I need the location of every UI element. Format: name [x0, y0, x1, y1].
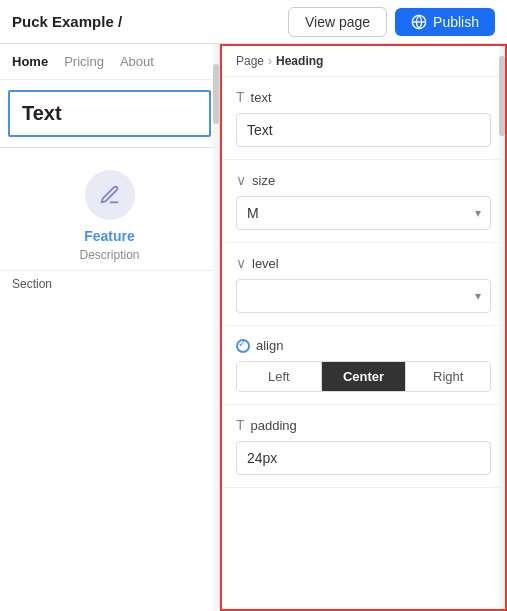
- field-text-label: T text: [236, 89, 491, 105]
- text-field-input[interactable]: [236, 113, 491, 147]
- field-size: ∨ size S M L XL ▾: [222, 160, 505, 243]
- text-component-block[interactable]: Text: [8, 90, 211, 137]
- align-check-icon: [236, 339, 250, 353]
- header: Puck Example / View page Publish: [0, 0, 507, 44]
- level-chevron-icon: ∨: [236, 255, 246, 271]
- nav-item-home[interactable]: Home: [12, 54, 48, 69]
- align-button-group: Left Center Right: [236, 361, 491, 392]
- breadcrumb-current: Heading: [276, 54, 323, 68]
- level-select[interactable]: 1 2 3 4 5 6: [236, 279, 491, 313]
- view-page-button[interactable]: View page: [288, 7, 387, 37]
- size-chevron-icon: ∨: [236, 172, 246, 188]
- field-text-label-text: text: [251, 90, 272, 105]
- field-padding-label-text: padding: [251, 418, 297, 433]
- pen-icon: [99, 184, 121, 206]
- level-select-wrapper: 1 2 3 4 5 6 ▾: [236, 279, 491, 313]
- feature-section: Feature Description: [0, 154, 219, 270]
- text-type-icon: T: [236, 89, 245, 105]
- text-block-content: Text: [22, 102, 62, 124]
- align-left-button[interactable]: Left: [237, 362, 322, 391]
- field-text: T text: [222, 77, 505, 160]
- right-panel: Page › Heading T text ∨ size S M L: [220, 44, 507, 611]
- breadcrumb: Page › Heading: [222, 46, 505, 77]
- field-level: ∨ level 1 2 3 4 5 6 ▾: [222, 243, 505, 326]
- field-padding: T padding: [222, 405, 505, 488]
- feature-title: Feature: [84, 228, 135, 244]
- size-select-wrapper: S M L XL ▾: [236, 196, 491, 230]
- field-size-label-text: size: [252, 173, 275, 188]
- right-scrollbar[interactable]: [499, 46, 505, 609]
- field-level-label-text: level: [252, 256, 279, 271]
- left-divider: [0, 147, 219, 148]
- align-right-button[interactable]: Right: [406, 362, 490, 391]
- left-scrollbar-thumb[interactable]: [213, 64, 219, 124]
- nav-bar: Home Pricing About: [0, 44, 219, 80]
- section-label: Section: [0, 270, 219, 297]
- feature-description: Description: [79, 248, 139, 262]
- nav-item-pricing[interactable]: Pricing: [64, 54, 104, 69]
- left-scrollbar[interactable]: [213, 44, 219, 611]
- page-title: Puck Example /: [12, 13, 122, 30]
- header-actions: View page Publish: [288, 7, 495, 37]
- feature-icon-circle: [85, 170, 135, 220]
- field-padding-label: T padding: [236, 417, 491, 433]
- breadcrumb-parent: Page: [236, 54, 264, 68]
- breadcrumb-separator: ›: [268, 54, 272, 68]
- field-align: align Left Center Right: [222, 326, 505, 405]
- field-size-label: ∨ size: [236, 172, 491, 188]
- right-scrollbar-thumb[interactable]: [499, 56, 505, 136]
- publish-label: Publish: [433, 14, 479, 30]
- size-select[interactable]: S M L XL: [236, 196, 491, 230]
- left-panel: Home Pricing About Text Feature Descript…: [0, 44, 220, 611]
- nav-item-about[interactable]: About: [120, 54, 154, 69]
- padding-field-input[interactable]: [236, 441, 491, 475]
- main-area: Home Pricing About Text Feature Descript…: [0, 44, 507, 611]
- globe-icon: [411, 14, 427, 30]
- field-align-label: align: [236, 338, 491, 353]
- publish-button[interactable]: Publish: [395, 8, 495, 36]
- field-level-label: ∨ level: [236, 255, 491, 271]
- align-center-button[interactable]: Center: [322, 362, 407, 391]
- padding-type-icon: T: [236, 417, 245, 433]
- field-align-label-text: align: [256, 338, 283, 353]
